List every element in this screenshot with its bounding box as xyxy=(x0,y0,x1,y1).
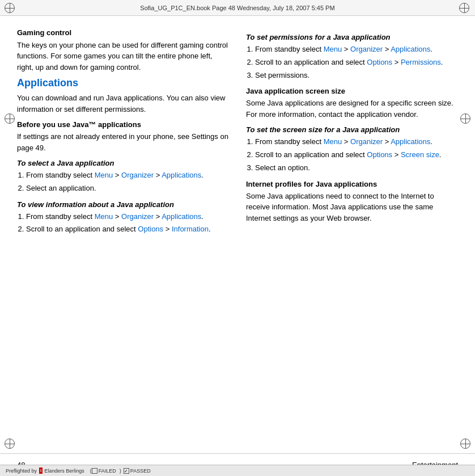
sep2: > xyxy=(154,212,162,221)
reg-mark-mr xyxy=(460,113,470,124)
period: . xyxy=(201,171,203,179)
period: . xyxy=(201,212,203,221)
view-info-title: To view information about a Java applica… xyxy=(17,200,229,209)
options-link: Options xyxy=(367,58,392,66)
sep: > xyxy=(342,45,350,53)
sep2: > xyxy=(154,171,162,179)
reg-mark-ml xyxy=(5,113,15,124)
select-java-steps: From standby select Menu > Organizer > A… xyxy=(26,170,229,195)
menu-link: Menu xyxy=(324,137,342,146)
period: . xyxy=(430,45,432,53)
applications-heading: Applications xyxy=(17,77,229,89)
set-permissions-steps: From standby select Menu > Organizer > A… xyxy=(255,44,458,81)
menu-link: Menu xyxy=(95,171,113,179)
sep: > xyxy=(113,212,121,221)
applications-body: You can download and run Java applicatio… xyxy=(17,92,229,115)
before-java-title: Before you use Java™ applications xyxy=(17,120,229,129)
reg-mark-tl xyxy=(5,3,16,14)
step-text: Select an option. xyxy=(255,163,310,172)
preflight-passed-label: PASSED xyxy=(130,468,151,474)
organizer-link: Organizer xyxy=(121,212,154,221)
sep: > xyxy=(342,137,350,146)
set-permissions-title: To set permissions for a Java applicatio… xyxy=(246,33,458,41)
list-item: Set permissions. xyxy=(255,70,458,82)
period: . xyxy=(209,225,211,233)
organizer-link: Organizer xyxy=(350,45,383,53)
preflight-bar: Preflighted by i Elanders Berlings ( FAI… xyxy=(0,465,475,476)
sep: > xyxy=(163,225,172,233)
preflight-company: Elanders Berlings xyxy=(44,468,84,474)
passed-checkbox: ✓ xyxy=(124,468,129,474)
step-text: Scroll to an application and select xyxy=(255,58,367,66)
reg-mark-bl xyxy=(5,439,15,449)
left-column: Gaming control The keys on your phone ca… xyxy=(17,27,240,442)
before-java-body: If settings are not already entered in y… xyxy=(17,131,229,153)
list-item: From standby select Menu > Organizer > A… xyxy=(26,211,229,223)
list-item: Scroll to an application and select Opti… xyxy=(255,57,458,69)
applications-link: Applications xyxy=(391,45,430,53)
list-item: From standby select Menu > Organizer > A… xyxy=(255,136,458,148)
header-text: Sofia_UG_P1C_EN.book Page 48 Wednesday, … xyxy=(140,5,334,11)
preflight-passed-bracket: ) xyxy=(120,468,121,474)
step-text: From standby select xyxy=(26,212,95,221)
list-item: Scroll to an application and select Opti… xyxy=(255,149,458,161)
step-text: Set permissions. xyxy=(255,71,309,79)
sep: > xyxy=(392,150,401,159)
applications-link: Applications xyxy=(162,212,201,221)
preflight-failed-label: FAILED xyxy=(99,468,116,474)
step-text: Scroll to an application and select xyxy=(255,150,367,159)
content-area: Gaming control The keys on your phone ca… xyxy=(0,16,475,453)
menu-link: Menu xyxy=(95,212,113,221)
reg-mark-tr xyxy=(459,3,470,14)
gaming-title: Gaming control xyxy=(17,27,229,39)
screen-size-link: Screen size xyxy=(401,150,439,159)
options-link: Options xyxy=(138,225,163,233)
list-item: From standby select Menu > Organizer > A… xyxy=(26,170,229,182)
period: . xyxy=(430,137,432,146)
page: Sofia_UG_P1C_EN.book Page 48 Wednesday, … xyxy=(0,0,475,476)
permissions-link: Permissions xyxy=(401,58,441,66)
period: . xyxy=(441,58,443,66)
internet-profiles-body: Some Java applications need to connect t… xyxy=(246,191,458,224)
java-screen-title: Java application screen size xyxy=(246,87,458,95)
gaming-body: The keys on your phone can be used for d… xyxy=(17,40,229,73)
sep: > xyxy=(392,58,401,66)
preflight-logo-box: i xyxy=(39,467,43,474)
failed-checkbox xyxy=(92,468,97,474)
period: . xyxy=(439,150,442,159)
set-screen-steps: From standby select Menu > Organizer > A… xyxy=(255,136,458,174)
step-text: From standby select xyxy=(26,171,95,179)
set-screen-title: To set the screen size for a Java applic… xyxy=(246,125,458,134)
step-text: Scroll to an application and select xyxy=(26,225,138,233)
applications-link: Applications xyxy=(162,171,201,179)
list-item: From standby select Menu > Organizer > A… xyxy=(255,44,458,56)
sep2: > xyxy=(383,45,391,53)
view-info-steps: From standby select Menu > Organizer > A… xyxy=(26,211,229,236)
preflight-label: Preflighted by xyxy=(6,468,37,474)
header-bar: Sofia_UG_P1C_EN.book Page 48 Wednesday, … xyxy=(0,0,475,16)
step-text: From standby select xyxy=(255,45,324,53)
internet-profiles-title: Internet profiles for Java applications xyxy=(246,180,458,188)
sep: > xyxy=(113,171,121,179)
list-item: Scroll to an application and select Opti… xyxy=(26,224,229,235)
options-link: Options xyxy=(367,150,392,159)
step-text: Select an application. xyxy=(26,184,96,192)
list-item: Select an option. xyxy=(255,162,458,174)
organizer-link: Organizer xyxy=(350,137,383,146)
step-text: From standby select xyxy=(255,137,324,146)
list-item: Select an application. xyxy=(26,183,229,195)
right-column: To set permissions for a Java applicatio… xyxy=(240,27,458,442)
applications-link: Applications xyxy=(391,137,430,146)
java-screen-body: Some Java applications are designed for … xyxy=(246,98,458,120)
sep2: > xyxy=(383,137,391,146)
organizer-link: Organizer xyxy=(121,171,154,179)
information-link: Information xyxy=(172,225,209,233)
select-java-title: To select a Java application xyxy=(17,159,229,167)
reg-mark-br xyxy=(460,439,470,449)
menu-link: Menu xyxy=(324,45,342,53)
